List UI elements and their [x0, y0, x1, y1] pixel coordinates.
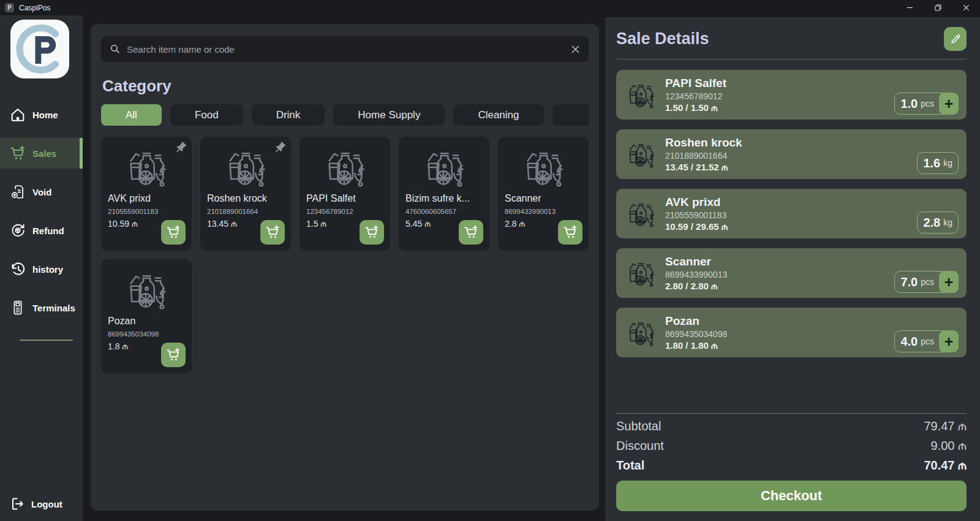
sidebar-item-history[interactable]: history [0, 254, 83, 284]
sale-items-list: PAPI Salfet 123456789012 1.50 / 1.50 ₼ 1… [616, 60, 967, 357]
product-grid: AVK prixd 2105559001183 10.59 ₼ Roshen k [101, 137, 589, 373]
add-to-cart-button[interactable] [558, 220, 582, 245]
quantity-value: 1.6 [923, 156, 940, 170]
category-pill[interactable]: Food [170, 104, 243, 126]
cart-plus-icon [166, 348, 181, 362]
category-pill[interactable]: Home Supply [333, 104, 445, 126]
groceries-icon [519, 145, 568, 189]
add-to-cart-button[interactable] [161, 343, 186, 367]
increase-quantity-button[interactable]: + [939, 330, 959, 352]
product-barcode: 2105559001183 [108, 208, 185, 215]
window-title: CaspiPos [19, 4, 50, 12]
category-pill[interactable] [552, 104, 589, 126]
sidebar-item-home[interactable]: Home [0, 99, 83, 130]
sidebar-divider [20, 340, 73, 341]
subtotal-row: Subtotal 79.47 ₼ [616, 419, 967, 433]
quantity-chip: 7.0 pcs + [894, 271, 959, 293]
subtotal-label: Subtotal [616, 419, 661, 433]
sale-item-row[interactable]: AVK prixd 2105559001183 10.59 / 29.65 ₼ … [616, 189, 967, 238]
total-label: Total [616, 458, 644, 473]
totals-divider [616, 413, 967, 414]
groceries-icon [122, 268, 171, 312]
category-pill[interactable]: Cleaning [453, 104, 543, 126]
search-input[interactable] [127, 44, 571, 55]
caspipos-logo [10, 20, 69, 78]
sidebar-item-label: Home [32, 110, 58, 120]
cart-plus-icon [464, 225, 478, 240]
home-icon [10, 107, 26, 123]
sale-item-name: AVK prixd [665, 196, 728, 209]
groceries-icon [624, 258, 658, 289]
sale-item-name: Scanner [665, 255, 727, 268]
minimize-button[interactable] [895, 0, 924, 15]
sale-item-price: 1.80 / 1.80 ₼ [665, 340, 727, 351]
sale-item-price: 10.59 / 29.65 ₼ [665, 221, 728, 232]
category-pill[interactable]: All [101, 104, 162, 126]
sidebar-item-void[interactable]: Void [0, 177, 83, 207]
add-to-cart-button[interactable] [360, 220, 384, 245]
sale-item-name: PAPI Salfet [665, 77, 726, 90]
increase-quantity-button[interactable]: + [939, 93, 959, 115]
product-card[interactable]: Scanner 8699433990013 2.8 ₼ [498, 137, 589, 251]
groceries-icon [122, 145, 171, 189]
sale-item-row[interactable]: Scanner 8699433990013 2.80 / 2.80 ₼ 7.0 … [616, 248, 967, 298]
add-to-cart-button[interactable] [459, 220, 483, 245]
product-card[interactable]: PAPI Salfet 123456789012 1.5 ₼ [300, 137, 390, 251]
products-panel: Category All Food Drink Home Supply [91, 24, 599, 511]
category-pill[interactable]: Drink [252, 104, 325, 126]
add-to-cart-button[interactable] [260, 220, 285, 245]
product-card[interactable]: Roshen krock 2101889001664 13.45 ₼ [200, 137, 291, 251]
product-card[interactable]: Pozan 8699435034098 1.8 ₼ [101, 259, 192, 373]
sale-item-row[interactable]: Roshen krock 2101889001664 13.45 / 21.52… [616, 129, 967, 179]
product-barcode: 4760060605657 [405, 208, 483, 215]
quantity-value: 2.8 [923, 216, 940, 230]
checkout-button[interactable]: Checkout [616, 481, 967, 511]
sale-item-barcode: 2105559001183 [665, 210, 728, 220]
groceries-icon [320, 145, 369, 189]
product-name: Roshen krock [207, 193, 284, 204]
sale-item-row[interactable]: Pozan 8699435034098 1.80 / 1.80 ₼ 4.0 pc… [616, 308, 967, 357]
product-name: Bizim sufre k... [405, 193, 483, 204]
total-value: 70.47 ₼ [924, 458, 967, 473]
discount-value: 9.00 ₼ [931, 439, 967, 453]
title-bar: P CaspiPos [0, 0, 980, 15]
product-barcode: 8699433990013 [505, 208, 582, 215]
close-button[interactable] [952, 0, 980, 15]
quantity-unit: kg [943, 158, 952, 168]
sidebar-item-sales[interactable]: Sales [0, 138, 83, 169]
history-icon [10, 261, 26, 277]
quantity-value: 4.0 [900, 335, 918, 349]
quantity-unit: pcs [921, 277, 934, 287]
quantity-chip: 1.6 kg [917, 152, 959, 174]
increase-quantity-button[interactable]: + [939, 271, 959, 293]
sale-item-price: 1.50 / 1.50 ₼ [665, 102, 726, 113]
restore-button[interactable] [924, 0, 952, 15]
quantity-chip: 2.8 kg [917, 211, 959, 234]
pin-icon [174, 141, 187, 157]
terminal-icon [10, 300, 26, 316]
product-name: AVK prixd [108, 193, 185, 204]
product-card[interactable]: AVK prixd 2105559001183 10.59 ₼ [101, 137, 192, 251]
sidebar-item-terminals[interactable]: Terminals [0, 292, 83, 323]
sale-item-row[interactable]: PAPI Salfet 123456789012 1.50 / 1.50 ₼ 1… [616, 70, 967, 120]
sale-item-name: Pozan [665, 314, 727, 328]
sidebar-item-refund[interactable]: Refund [0, 215, 83, 246]
product-card[interactable]: Bizim sufre k... 4760060605657 5.45 ₼ [399, 137, 489, 251]
add-to-cart-button[interactable] [161, 220, 186, 245]
sidebar: Home Sales Void Refund history Terminals… [0, 15, 83, 521]
subtotal-value: 79.47 ₼ [924, 419, 967, 433]
sale-item-name: Roshen krock [665, 136, 742, 150]
product-name: PAPI Salfet [306, 193, 383, 204]
logout-label: Logout [31, 499, 62, 509]
product-barcode: 8699435034098 [108, 330, 185, 338]
sidebar-item-label: Sales [32, 148, 56, 159]
total-row: Total 70.47 ₼ [616, 458, 967, 473]
cart-plus-icon [265, 225, 280, 240]
sale-item-barcode: 8699433990013 [665, 270, 727, 280]
groceries-icon [624, 80, 658, 110]
groceries-icon [624, 199, 658, 229]
edit-sale-button[interactable] [944, 27, 967, 51]
logout-button[interactable]: Logout [0, 488, 83, 521]
quantity-chip: 4.0 pcs + [894, 330, 959, 352]
clear-search-icon[interactable] [571, 45, 580, 54]
